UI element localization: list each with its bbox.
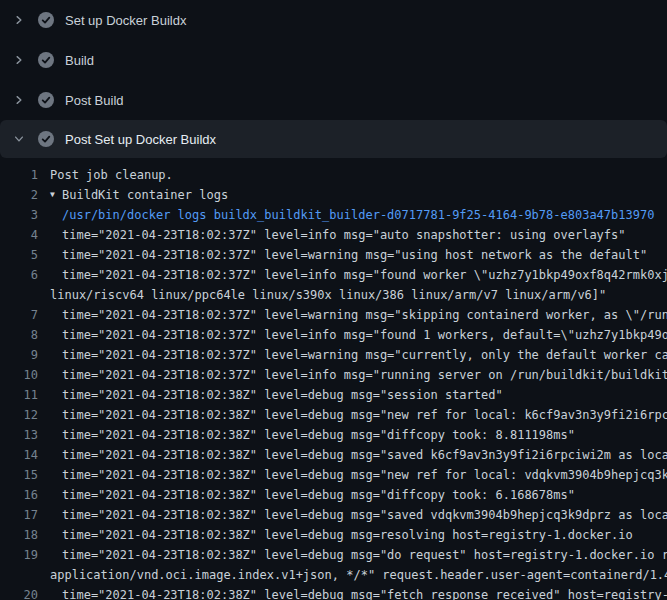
job-log-viewer: Set up Docker Buildx Build Post Build Po… — [0, 0, 667, 600]
log-text: time="2021-04-23T18:02:38Z" level=debug … — [50, 485, 575, 505]
log-line: application/vnd.oci.image.index.v1+json,… — [0, 565, 667, 585]
chevron-right-icon[interactable] — [13, 94, 25, 106]
chevron-right-icon[interactable] — [13, 54, 25, 66]
log-text: time="2021-04-23T18:02:38Z" level=debug … — [50, 525, 633, 545]
step-header-build[interactable]: Build — [0, 40, 667, 80]
log-text: linux/riscv64 linux/ppc64le linux/s390x … — [50, 285, 606, 305]
triangle-down-icon[interactable]: ▼ — [50, 185, 62, 205]
log-line: 18time="2021-04-23T18:02:38Z" level=debu… — [0, 525, 667, 545]
log-line: 12time="2021-04-23T18:02:38Z" level=debu… — [0, 405, 667, 425]
line-number[interactable]: 19 — [12, 545, 38, 565]
log-line: 7time="2021-04-23T18:02:37Z" level=warni… — [0, 305, 667, 325]
line-number[interactable]: 1 — [12, 165, 38, 185]
log-line: 14time="2021-04-23T18:02:38Z" level=debu… — [0, 445, 667, 465]
log-text: time="2021-04-23T18:02:37Z" level=warnin… — [50, 305, 667, 325]
log-line: 20time="2021-04-23T18:02:38Z" level=debu… — [0, 585, 667, 600]
log-text: time="2021-04-23T18:02:38Z" level=debug … — [50, 545, 667, 565]
log-line: 3/usr/bin/docker logs buildx_buildkit_bu… — [0, 205, 667, 225]
line-number[interactable]: 11 — [12, 385, 38, 405]
step-header-post-set-up-docker-buildx[interactable]: Post Set up Docker Buildx — [0, 120, 667, 158]
step-title: Build — [65, 53, 94, 68]
line-number[interactable]: 10 — [12, 365, 38, 385]
log-text: time="2021-04-23T18:02:38Z" level=debug … — [50, 465, 667, 485]
log-line: 6time="2021-04-23T18:02:37Z" level=info … — [0, 265, 667, 285]
log-text: application/vnd.oci.image.index.v1+json,… — [50, 565, 667, 585]
log-area: 1Post job cleanup.2▼BuildKit container l… — [0, 158, 667, 600]
line-number[interactable]: 18 — [12, 525, 38, 545]
line-number[interactable]: 17 — [12, 505, 38, 525]
line-number[interactable]: 3 — [12, 205, 38, 225]
log-line: linux/riscv64 linux/ppc64le linux/s390x … — [0, 285, 667, 305]
line-number[interactable]: 5 — [12, 245, 38, 265]
step-title: Post Build — [65, 93, 124, 108]
check-circle-icon — [38, 12, 54, 28]
log-text: time="2021-04-23T18:02:37Z" level=info m… — [50, 225, 626, 245]
command-text: /usr/bin/docker logs buildx_buildkit_bui… — [50, 205, 654, 225]
chevron-down-icon[interactable] — [13, 133, 25, 145]
step-title: Set up Docker Buildx — [65, 13, 186, 28]
log-text: time="2021-04-23T18:02:37Z" level=info m… — [50, 325, 667, 345]
check-circle-icon — [38, 131, 54, 147]
step-header-set-up-docker-buildx[interactable]: Set up Docker Buildx — [0, 0, 667, 40]
log-text: time="2021-04-23T18:02:38Z" level=debug … — [50, 405, 667, 425]
log-text: time="2021-04-23T18:02:37Z" level=warnin… — [50, 245, 647, 265]
log-text: BuildKit container logs — [62, 185, 228, 205]
chevron-right-icon[interactable] — [13, 14, 25, 26]
line-number[interactable]: 13 — [12, 425, 38, 445]
log-line: 15time="2021-04-23T18:02:38Z" level=debu… — [0, 465, 667, 485]
log-line: 13time="2021-04-23T18:02:38Z" level=debu… — [0, 425, 667, 445]
log-line: 8time="2021-04-23T18:02:37Z" level=info … — [0, 325, 667, 345]
line-number[interactable]: 6 — [12, 265, 38, 285]
log-text: time="2021-04-23T18:02:38Z" level=debug … — [50, 385, 503, 405]
log-text: Post job cleanup. — [50, 165, 173, 185]
line-number[interactable]: 4 — [12, 225, 38, 245]
log-text: time="2021-04-23T18:02:38Z" level=debug … — [50, 585, 667, 600]
log-line: 11time="2021-04-23T18:02:38Z" level=debu… — [0, 385, 667, 405]
log-line: 1Post job cleanup. — [0, 165, 667, 185]
log-line: 2▼BuildKit container logs — [0, 185, 667, 205]
log-text: time="2021-04-23T18:02:37Z" level=warnin… — [50, 345, 667, 365]
log-text: time="2021-04-23T18:02:38Z" level=debug … — [50, 445, 667, 465]
log-line: 17time="2021-04-23T18:02:38Z" level=debu… — [0, 505, 667, 525]
log-line: 16time="2021-04-23T18:02:38Z" level=debu… — [0, 485, 667, 505]
step-title: Post Set up Docker Buildx — [65, 132, 216, 147]
log-line: 10time="2021-04-23T18:02:37Z" level=info… — [0, 365, 667, 385]
line-number[interactable]: 9 — [12, 345, 38, 365]
line-number[interactable]: 16 — [12, 485, 38, 505]
line-number[interactable]: 14 — [12, 445, 38, 465]
step-header-post-build[interactable]: Post Build — [0, 80, 667, 120]
line-number[interactable]: 2 — [12, 185, 38, 205]
log-line: 5time="2021-04-23T18:02:37Z" level=warni… — [0, 245, 667, 265]
check-circle-icon — [38, 52, 54, 68]
line-number[interactable]: 8 — [12, 325, 38, 345]
log-text: time="2021-04-23T18:02:38Z" level=debug … — [50, 505, 667, 525]
line-number[interactable]: 15 — [12, 465, 38, 485]
log-line: 4time="2021-04-23T18:02:37Z" level=info … — [0, 225, 667, 245]
log-line: 9time="2021-04-23T18:02:37Z" level=warni… — [0, 345, 667, 365]
log-text: time="2021-04-23T18:02:37Z" level=info m… — [50, 265, 667, 285]
line-number[interactable]: 20 — [12, 585, 38, 600]
log-text: time="2021-04-23T18:02:38Z" level=debug … — [50, 425, 575, 445]
check-circle-icon — [38, 92, 54, 108]
log-text: time="2021-04-23T18:02:37Z" level=info m… — [50, 365, 667, 385]
line-number[interactable]: 7 — [12, 305, 38, 325]
log-line: 19time="2021-04-23T18:02:38Z" level=debu… — [0, 545, 667, 565]
line-number[interactable]: 12 — [12, 405, 38, 425]
